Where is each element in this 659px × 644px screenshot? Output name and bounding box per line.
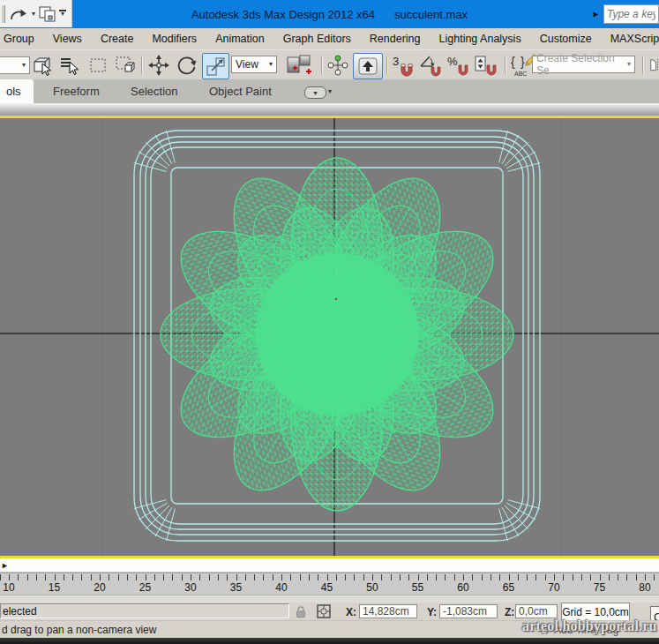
select-and-rotate-button[interactable]: [175, 53, 198, 78]
time-tag-icon[interactable]: [540, 624, 551, 635]
ruler-tick: [336, 574, 337, 580]
window-crossing-button[interactable]: [114, 54, 137, 77]
menu-animation[interactable]: Animation: [215, 33, 265, 45]
move-icon: [147, 54, 170, 77]
keyboard-shortcut-override-button[interactable]: [353, 53, 383, 79]
named-sets-abc-label: ABC: [514, 71, 527, 77]
select-object-button[interactable]: [30, 54, 53, 77]
manipulate-icon: [326, 54, 349, 77]
scene-explorer-icon[interactable]: [38, 5, 56, 23]
add-time-tag-button[interactable]: Add Time Tag: [554, 624, 618, 636]
ruler-tick: [518, 574, 519, 580]
select-and-manipulate-button[interactable]: [326, 53, 349, 78]
reference-coordinate-value: View: [236, 58, 258, 71]
redo-icon[interactable]: [8, 5, 29, 23]
angle-snap-toggle-button[interactable]: [419, 53, 446, 78]
ruler-frame-label: 70: [541, 581, 567, 594]
time-ruler[interactable]: 101520253035404550556065707580: [0, 573, 659, 595]
ruler-frame-label: 10: [0, 581, 22, 594]
absolute-offset-mode-icon[interactable]: [316, 603, 332, 619]
tab-modeling-tools-label: ols: [6, 85, 21, 98]
viewport-canvas[interactable]: [0, 118, 659, 556]
track-bar[interactable]: ►: [0, 558, 659, 573]
toolbar-separator: [321, 56, 323, 74]
menu-bar: Group Views Create Modifiers Animation G…: [0, 28, 659, 49]
menu-create[interactable]: Create: [101, 33, 134, 45]
named-selection-sets-combo[interactable]: Create Selection Se ▾: [532, 56, 635, 73]
menu-rendering[interactable]: Rendering: [370, 33, 421, 45]
percent-snap-toggle-button[interactable]: %: [446, 53, 473, 78]
status-bar: elected X: Y: Z: Grid = 10,0cm C: [0, 603, 659, 620]
ribbon-minimize-dropdown-icon[interactable]: ▾: [328, 87, 332, 95]
redo-dropdown-icon[interactable]: ▾: [32, 11, 35, 18]
select-by-name-icon: [59, 55, 81, 77]
ruler-tick: [0, 574, 1, 580]
snaps-toggle-button[interactable]: 3: [391, 53, 417, 78]
snaps-3d-label: 3: [393, 55, 399, 68]
menu-modifiers[interactable]: Modifiers: [152, 33, 197, 45]
tab-modeling-tools[interactable]: ols: [0, 79, 34, 103]
menu-maxscript[interactable]: MAXScript: [610, 33, 659, 45]
menu-views[interactable]: Views: [53, 33, 82, 45]
z-coord-field[interactable]: [515, 604, 558, 618]
reference-coordinate-combo[interactable]: View ▾: [231, 56, 277, 73]
succulent-wireframe[interactable]: [161, 158, 513, 511]
ruler-tick: [535, 574, 536, 580]
search-input[interactable]: [603, 4, 659, 24]
z-coord-label: Z:: [505, 606, 514, 618]
ruler-tick: [218, 574, 219, 580]
y-coord-field[interactable]: [439, 604, 498, 618]
rotate-icon: [176, 54, 198, 77]
x-coord-label: X:: [346, 606, 356, 618]
clipped-icon: [2, 5, 5, 23]
ruler-tick: [245, 574, 246, 580]
prompt-text: d drag to pan a non-camera view: [2, 624, 156, 636]
ruler-tick: [309, 574, 310, 580]
ruler-tick: [163, 574, 164, 580]
selection-lock-icon[interactable]: [295, 605, 307, 618]
grid-setting-display: Grid = 10,0cm: [561, 603, 630, 621]
rect-region-icon: [88, 56, 108, 75]
ribbon-minimize-button[interactable]: ▼: [304, 86, 326, 99]
ruler-tick: [72, 574, 73, 580]
ruler-frame-label: 25: [132, 581, 159, 594]
track-bar-arrow-icon[interactable]: ►: [1, 561, 9, 570]
snaps-3d-icon: 3: [391, 54, 417, 78]
main-toolbar: ▾: [0, 49, 659, 80]
tab-object-paint[interactable]: Object Paint: [209, 79, 272, 103]
ruler-tick: [9, 574, 10, 580]
select-and-move-button[interactable]: [146, 53, 171, 78]
ruler-tick: [581, 574, 582, 580]
undo-levels-combo[interactable]: ▾: [0, 56, 30, 74]
ruler-tick: [436, 574, 437, 580]
ruler-tick: [527, 574, 528, 580]
use-pivot-point-icon: [285, 54, 315, 78]
ruler-tick: [499, 574, 500, 580]
infocenter-search: ►: [592, 0, 659, 28]
tab-selection[interactable]: Selection: [131, 79, 177, 103]
menu-lighting-analysis[interactable]: Lighting Analysis: [439, 33, 521, 45]
ruler-tick: [199, 574, 200, 580]
ruler-tick: [609, 574, 610, 580]
toolbar-separator: [505, 56, 506, 74]
rectangular-selection-region-button[interactable]: [87, 54, 109, 77]
use-pivot-point-button[interactable]: [284, 53, 316, 78]
spinner-snap-toggle-button[interactable]: [474, 53, 500, 78]
ruler-tick: [509, 574, 510, 580]
x-coord-field[interactable]: [359, 604, 417, 618]
ruler-tick: [545, 574, 546, 580]
menu-graph-editors[interactable]: Graph Editors: [283, 33, 351, 45]
top-viewport[interactable]: [0, 116, 659, 558]
select-by-name-button[interactable]: [58, 54, 81, 77]
tab-freeform[interactable]: Freeform: [53, 79, 100, 103]
menu-group[interactable]: Group: [4, 33, 34, 45]
qat-customize-dropdown-icon[interactable]: ▾: [59, 10, 66, 18]
mirror-button[interactable]: [648, 53, 659, 78]
select-and-scale-button[interactable]: [202, 53, 229, 79]
menu-customize[interactable]: Customize: [540, 33, 592, 45]
svg-text:{: {: [511, 55, 515, 69]
search-expand-icon[interactable]: ►: [592, 10, 600, 19]
ruler-tick: [45, 574, 46, 580]
ruler-tick: [354, 574, 355, 580]
ruler-tick: [636, 574, 637, 580]
